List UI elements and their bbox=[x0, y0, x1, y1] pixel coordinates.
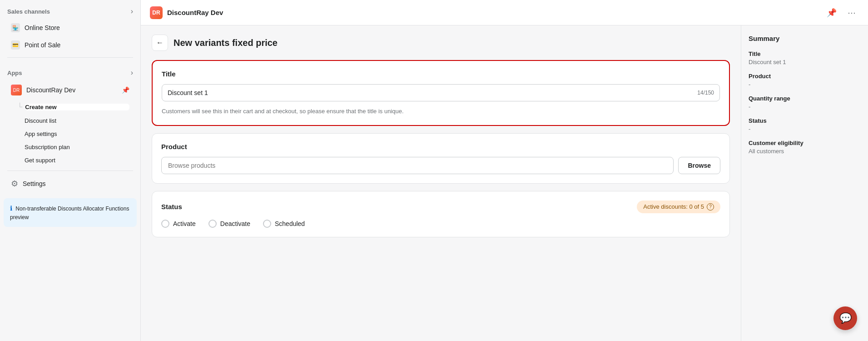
apps-chevron: › bbox=[131, 69, 133, 77]
back-arrow-icon: ← bbox=[156, 39, 164, 47]
online-store-icon: 🏪 bbox=[11, 23, 20, 32]
title-hint-text: Customers will see this in their cart an… bbox=[162, 107, 720, 116]
topbar-logo: DR bbox=[150, 6, 163, 19]
summary-value-status: - bbox=[749, 125, 861, 132]
status-header: Status Active discounts: 0 of 5 ? bbox=[161, 201, 720, 213]
point-of-sale-label: Point of Sale bbox=[25, 41, 60, 49]
discountray-app-item[interactable]: DR DiscountRay Dev 📌 bbox=[4, 81, 137, 99]
sidebar-item-app-settings[interactable]: App settings bbox=[4, 128, 137, 140]
status-card-heading: Status bbox=[161, 203, 182, 211]
pin-icon: 📌 bbox=[122, 86, 129, 94]
browse-button[interactable]: Browse bbox=[678, 157, 720, 174]
status-card: Status Active discounts: 0 of 5 ? Activa… bbox=[152, 191, 730, 237]
more-menu-button[interactable]: ⋯ bbox=[844, 5, 859, 20]
sales-channels-header[interactable]: Sales channels › bbox=[0, 0, 140, 19]
get-support-label: Get support bbox=[25, 157, 55, 164]
char-count: 14/150 bbox=[697, 90, 714, 96]
sidebar-item-create-new[interactable]: Create new bbox=[25, 104, 129, 110]
active-discounts-badge: Active discounts: 0 of 5 ? bbox=[637, 201, 720, 213]
banner-info-icon: ℹ bbox=[10, 205, 12, 212]
product-card-heading: Product bbox=[161, 143, 720, 150]
summary-label-status: Status bbox=[749, 117, 861, 124]
point-of-sale-icon: 💳 bbox=[11, 40, 20, 50]
banner-text: Non-transferable Discounts Allocator Fun… bbox=[10, 206, 129, 221]
online-store-label: Online Store bbox=[25, 24, 60, 31]
summary-value-quantity: - bbox=[749, 103, 861, 110]
radio-deactivate-circle bbox=[208, 220, 217, 228]
main-content: DR DiscountRay Dev 📌 ⋯ ← New variants fi… bbox=[141, 0, 868, 341]
radio-deactivate[interactable]: Deactivate bbox=[208, 220, 250, 228]
page-title: New variants fixed price bbox=[174, 38, 278, 48]
radio-scheduled-circle bbox=[263, 220, 271, 228]
summary-row-quantity: Quantity range - bbox=[749, 95, 861, 110]
sidebar-item-get-support[interactable]: Get support bbox=[4, 154, 137, 166]
chat-button[interactable]: 💬 bbox=[833, 306, 857, 330]
create-new-label: Create new bbox=[25, 104, 56, 110]
sales-channels-label: Sales channels bbox=[7, 8, 50, 15]
topbar: DR DiscountRay Dev 📌 ⋯ bbox=[141, 0, 868, 25]
settings-label: Settings bbox=[23, 180, 46, 187]
discountray-app-left: DR DiscountRay Dev bbox=[11, 85, 75, 95]
radio-deactivate-label: Deactivate bbox=[220, 220, 250, 227]
tree-connector: └ bbox=[17, 103, 22, 111]
summary-row-eligibility: Customer eligibility All customers bbox=[749, 140, 861, 155]
sidebar-divider-1 bbox=[7, 57, 133, 58]
app-settings-label: App settings bbox=[25, 130, 57, 137]
subscription-plan-label: Subscription plan bbox=[25, 144, 70, 150]
summary-label-title: Title bbox=[749, 50, 861, 57]
badge-help-icon[interactable]: ? bbox=[707, 203, 714, 211]
product-search-input[interactable] bbox=[161, 157, 674, 174]
title-input-wrapper: 14/150 bbox=[162, 84, 720, 101]
sidebar-item-discount-list[interactable]: Discount list bbox=[4, 115, 137, 127]
title-card-heading: Title bbox=[162, 70, 720, 78]
summary-row-status: Status - bbox=[749, 117, 861, 132]
settings-gear-icon: ⚙ bbox=[11, 179, 18, 189]
radio-group: Activate Deactivate Scheduled bbox=[161, 220, 720, 228]
create-new-indent: └ Create new bbox=[4, 100, 137, 114]
sidebar-item-settings[interactable]: ⚙ Settings bbox=[4, 175, 137, 192]
radio-scheduled[interactable]: Scheduled bbox=[263, 220, 305, 228]
radio-activate[interactable]: Activate bbox=[161, 220, 196, 228]
sidebar-item-subscription-plan[interactable]: Subscription plan bbox=[4, 141, 137, 153]
summary-label-product: Product bbox=[749, 73, 861, 80]
sidebar-divider-2 bbox=[7, 170, 133, 171]
summary-label-eligibility: Customer eligibility bbox=[749, 140, 861, 146]
topbar-left: DR DiscountRay Dev bbox=[150, 6, 223, 19]
radio-activate-label: Activate bbox=[173, 220, 196, 227]
sidebar-item-online-store[interactable]: 🏪 Online Store bbox=[4, 20, 137, 36]
page-header: ← New variants fixed price bbox=[152, 35, 730, 51]
discount-list-label: Discount list bbox=[25, 117, 56, 124]
summary-row-product: Product - bbox=[749, 73, 861, 88]
summary-row-title: Title Discount set 1 bbox=[749, 50, 861, 65]
sidebar-bottom-banner: ℹ Non-transferable Discounts Allocator F… bbox=[4, 198, 137, 227]
radio-scheduled-label: Scheduled bbox=[275, 220, 305, 227]
product-card: Product Browse bbox=[152, 133, 730, 184]
sales-channels-chevron: › bbox=[131, 7, 133, 15]
summary-title: Summary bbox=[749, 35, 861, 42]
topbar-right: 📌 ⋯ bbox=[824, 5, 859, 20]
apps-header[interactable]: Apps › bbox=[0, 61, 140, 80]
content-main: ← New variants fixed price Title 14/150 … bbox=[141, 25, 741, 341]
discountray-logo: DR bbox=[11, 85, 22, 95]
summary-panel: Summary Title Discount set 1 Product - Q… bbox=[741, 25, 868, 341]
radio-activate-circle bbox=[161, 220, 169, 228]
topbar-app-title: DiscountRay Dev bbox=[167, 9, 223, 16]
discountray-label: DiscountRay Dev bbox=[26, 86, 75, 94]
summary-value-eligibility: All customers bbox=[749, 148, 861, 155]
sidebar: Sales channels › 🏪 Online Store 💳 Point … bbox=[0, 0, 141, 341]
sidebar-item-point-of-sale[interactable]: 💳 Point of Sale bbox=[4, 37, 137, 53]
pin-button[interactable]: 📌 bbox=[824, 5, 839, 20]
apps-label: Apps bbox=[7, 70, 22, 76]
back-button[interactable]: ← bbox=[152, 35, 168, 51]
summary-value-product: - bbox=[749, 81, 861, 88]
product-search-row: Browse bbox=[161, 157, 720, 174]
title-card: Title 14/150 Customers will see this in … bbox=[152, 60, 730, 126]
chat-icon: 💬 bbox=[839, 312, 852, 324]
summary-label-quantity: Quantity range bbox=[749, 95, 861, 102]
summary-value-title: Discount set 1 bbox=[749, 59, 861, 65]
active-discounts-text: Active discounts: 0 of 5 bbox=[643, 203, 704, 210]
title-input[interactable] bbox=[162, 85, 719, 101]
content-area: ← New variants fixed price Title 14/150 … bbox=[141, 25, 868, 341]
